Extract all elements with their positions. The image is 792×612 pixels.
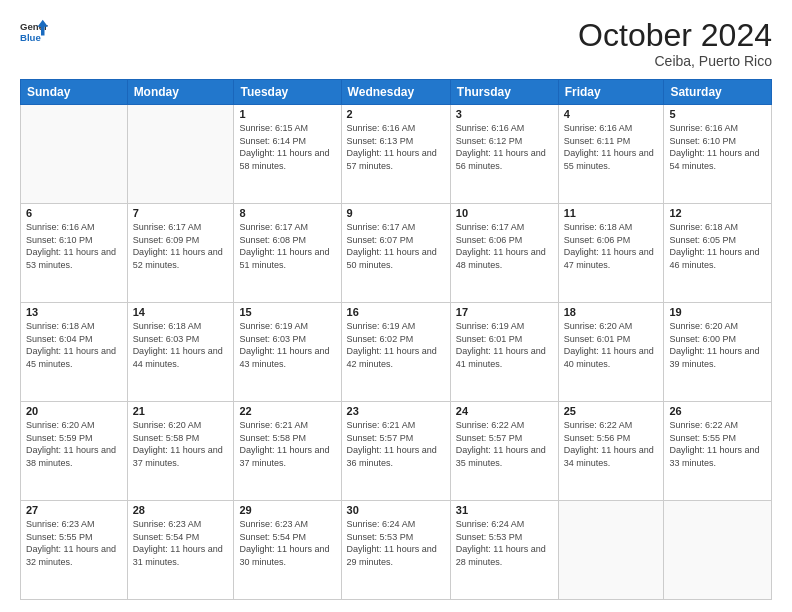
svg-text:Blue: Blue bbox=[20, 32, 41, 43]
day-number: 18 bbox=[564, 306, 659, 318]
calendar-cell bbox=[558, 501, 664, 600]
day-header-monday: Monday bbox=[127, 80, 234, 105]
calendar-cell: 11Sunrise: 6:18 AMSunset: 6:06 PMDayligh… bbox=[558, 204, 664, 303]
day-info: Sunrise: 6:16 AMSunset: 6:11 PMDaylight:… bbox=[564, 122, 659, 172]
day-number: 15 bbox=[239, 306, 335, 318]
day-number: 9 bbox=[347, 207, 445, 219]
calendar-week-3: 13Sunrise: 6:18 AMSunset: 6:04 PMDayligh… bbox=[21, 303, 772, 402]
month-title: October 2024 bbox=[578, 18, 772, 53]
day-number: 29 bbox=[239, 504, 335, 516]
day-number: 10 bbox=[456, 207, 553, 219]
calendar-cell: 28Sunrise: 6:23 AMSunset: 5:54 PMDayligh… bbox=[127, 501, 234, 600]
calendar-week-1: 1Sunrise: 6:15 AMSunset: 6:14 PMDaylight… bbox=[21, 105, 772, 204]
day-info: Sunrise: 6:19 AMSunset: 6:03 PMDaylight:… bbox=[239, 320, 335, 370]
day-number: 23 bbox=[347, 405, 445, 417]
calendar-cell: 8Sunrise: 6:17 AMSunset: 6:08 PMDaylight… bbox=[234, 204, 341, 303]
day-number: 19 bbox=[669, 306, 766, 318]
day-info: Sunrise: 6:19 AMSunset: 6:02 PMDaylight:… bbox=[347, 320, 445, 370]
day-number: 11 bbox=[564, 207, 659, 219]
calendar-cell: 13Sunrise: 6:18 AMSunset: 6:04 PMDayligh… bbox=[21, 303, 128, 402]
calendar-cell: 12Sunrise: 6:18 AMSunset: 6:05 PMDayligh… bbox=[664, 204, 772, 303]
calendar-cell: 27Sunrise: 6:23 AMSunset: 5:55 PMDayligh… bbox=[21, 501, 128, 600]
day-number: 22 bbox=[239, 405, 335, 417]
calendar-cell bbox=[127, 105, 234, 204]
day-header-saturday: Saturday bbox=[664, 80, 772, 105]
calendar-cell: 30Sunrise: 6:24 AMSunset: 5:53 PMDayligh… bbox=[341, 501, 450, 600]
calendar-cell: 19Sunrise: 6:20 AMSunset: 6:00 PMDayligh… bbox=[664, 303, 772, 402]
day-info: Sunrise: 6:20 AMSunset: 5:58 PMDaylight:… bbox=[133, 419, 229, 469]
day-info: Sunrise: 6:20 AMSunset: 6:01 PMDaylight:… bbox=[564, 320, 659, 370]
calendar-cell: 7Sunrise: 6:17 AMSunset: 6:09 PMDaylight… bbox=[127, 204, 234, 303]
calendar-cell: 6Sunrise: 6:16 AMSunset: 6:10 PMDaylight… bbox=[21, 204, 128, 303]
day-number: 4 bbox=[564, 108, 659, 120]
calendar-week-2: 6Sunrise: 6:16 AMSunset: 6:10 PMDaylight… bbox=[21, 204, 772, 303]
day-info: Sunrise: 6:22 AMSunset: 5:57 PMDaylight:… bbox=[456, 419, 553, 469]
calendar-cell: 16Sunrise: 6:19 AMSunset: 6:02 PMDayligh… bbox=[341, 303, 450, 402]
calendar-cell: 17Sunrise: 6:19 AMSunset: 6:01 PMDayligh… bbox=[450, 303, 558, 402]
day-number: 25 bbox=[564, 405, 659, 417]
calendar-cell: 18Sunrise: 6:20 AMSunset: 6:01 PMDayligh… bbox=[558, 303, 664, 402]
day-info: Sunrise: 6:22 AMSunset: 5:56 PMDaylight:… bbox=[564, 419, 659, 469]
day-number: 8 bbox=[239, 207, 335, 219]
calendar-cell bbox=[664, 501, 772, 600]
day-header-thursday: Thursday bbox=[450, 80, 558, 105]
day-info: Sunrise: 6:16 AMSunset: 6:12 PMDaylight:… bbox=[456, 122, 553, 172]
day-number: 27 bbox=[26, 504, 122, 516]
calendar-cell: 26Sunrise: 6:22 AMSunset: 5:55 PMDayligh… bbox=[664, 402, 772, 501]
calendar-cell bbox=[21, 105, 128, 204]
day-number: 30 bbox=[347, 504, 445, 516]
calendar-cell: 5Sunrise: 6:16 AMSunset: 6:10 PMDaylight… bbox=[664, 105, 772, 204]
day-number: 16 bbox=[347, 306, 445, 318]
day-number: 26 bbox=[669, 405, 766, 417]
day-header-tuesday: Tuesday bbox=[234, 80, 341, 105]
day-number: 7 bbox=[133, 207, 229, 219]
day-info: Sunrise: 6:16 AMSunset: 6:10 PMDaylight:… bbox=[669, 122, 766, 172]
day-header-friday: Friday bbox=[558, 80, 664, 105]
day-info: Sunrise: 6:18 AMSunset: 6:04 PMDaylight:… bbox=[26, 320, 122, 370]
day-info: Sunrise: 6:24 AMSunset: 5:53 PMDaylight:… bbox=[347, 518, 445, 568]
day-info: Sunrise: 6:23 AMSunset: 5:54 PMDaylight:… bbox=[239, 518, 335, 568]
day-header-wednesday: Wednesday bbox=[341, 80, 450, 105]
calendar-cell: 1Sunrise: 6:15 AMSunset: 6:14 PMDaylight… bbox=[234, 105, 341, 204]
calendar-cell: 25Sunrise: 6:22 AMSunset: 5:56 PMDayligh… bbox=[558, 402, 664, 501]
day-number: 21 bbox=[133, 405, 229, 417]
day-info: Sunrise: 6:23 AMSunset: 5:54 PMDaylight:… bbox=[133, 518, 229, 568]
day-number: 31 bbox=[456, 504, 553, 516]
calendar-week-5: 27Sunrise: 6:23 AMSunset: 5:55 PMDayligh… bbox=[21, 501, 772, 600]
day-info: Sunrise: 6:15 AMSunset: 6:14 PMDaylight:… bbox=[239, 122, 335, 172]
day-number: 12 bbox=[669, 207, 766, 219]
day-info: Sunrise: 6:16 AMSunset: 6:10 PMDaylight:… bbox=[26, 221, 122, 271]
day-info: Sunrise: 6:20 AMSunset: 6:00 PMDaylight:… bbox=[669, 320, 766, 370]
calendar-header-row: SundayMondayTuesdayWednesdayThursdayFrid… bbox=[21, 80, 772, 105]
day-number: 5 bbox=[669, 108, 766, 120]
day-info: Sunrise: 6:17 AMSunset: 6:09 PMDaylight:… bbox=[133, 221, 229, 271]
day-info: Sunrise: 6:17 AMSunset: 6:08 PMDaylight:… bbox=[239, 221, 335, 271]
day-info: Sunrise: 6:20 AMSunset: 5:59 PMDaylight:… bbox=[26, 419, 122, 469]
day-number: 6 bbox=[26, 207, 122, 219]
logo: General Blue bbox=[20, 18, 48, 46]
day-info: Sunrise: 6:21 AMSunset: 5:57 PMDaylight:… bbox=[347, 419, 445, 469]
calendar-week-4: 20Sunrise: 6:20 AMSunset: 5:59 PMDayligh… bbox=[21, 402, 772, 501]
day-number: 13 bbox=[26, 306, 122, 318]
day-number: 14 bbox=[133, 306, 229, 318]
calendar-cell: 24Sunrise: 6:22 AMSunset: 5:57 PMDayligh… bbox=[450, 402, 558, 501]
title-block: October 2024 Ceiba, Puerto Rico bbox=[578, 18, 772, 69]
day-number: 17 bbox=[456, 306, 553, 318]
calendar-table: SundayMondayTuesdayWednesdayThursdayFrid… bbox=[20, 79, 772, 600]
calendar-cell: 29Sunrise: 6:23 AMSunset: 5:54 PMDayligh… bbox=[234, 501, 341, 600]
logo-icon: General Blue bbox=[20, 18, 48, 46]
day-info: Sunrise: 6:19 AMSunset: 6:01 PMDaylight:… bbox=[456, 320, 553, 370]
calendar-cell: 4Sunrise: 6:16 AMSunset: 6:11 PMDaylight… bbox=[558, 105, 664, 204]
day-info: Sunrise: 6:17 AMSunset: 6:07 PMDaylight:… bbox=[347, 221, 445, 271]
day-number: 2 bbox=[347, 108, 445, 120]
calendar-cell: 15Sunrise: 6:19 AMSunset: 6:03 PMDayligh… bbox=[234, 303, 341, 402]
header: General Blue October 2024 Ceiba, Puerto … bbox=[20, 18, 772, 69]
day-number: 3 bbox=[456, 108, 553, 120]
calendar-cell: 10Sunrise: 6:17 AMSunset: 6:06 PMDayligh… bbox=[450, 204, 558, 303]
day-info: Sunrise: 6:18 AMSunset: 6:05 PMDaylight:… bbox=[669, 221, 766, 271]
day-info: Sunrise: 6:23 AMSunset: 5:55 PMDaylight:… bbox=[26, 518, 122, 568]
day-number: 20 bbox=[26, 405, 122, 417]
day-info: Sunrise: 6:18 AMSunset: 6:03 PMDaylight:… bbox=[133, 320, 229, 370]
calendar-cell: 2Sunrise: 6:16 AMSunset: 6:13 PMDaylight… bbox=[341, 105, 450, 204]
calendar-cell: 23Sunrise: 6:21 AMSunset: 5:57 PMDayligh… bbox=[341, 402, 450, 501]
